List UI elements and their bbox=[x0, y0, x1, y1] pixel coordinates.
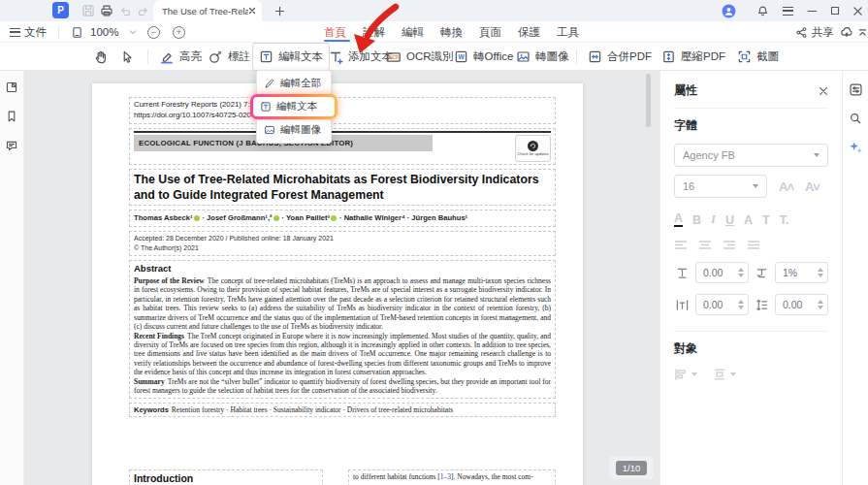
minimize-icon[interactable] bbox=[807, 0, 818, 21]
tab-protect[interactable]: 保護 bbox=[518, 25, 540, 40]
page-indicator: 1/10 bbox=[609, 456, 654, 479]
font-family-select[interactable]: Agency FB bbox=[674, 144, 828, 167]
select-cursor-icon[interactable] bbox=[120, 43, 135, 71]
properties-strip-icon[interactable] bbox=[849, 82, 863, 97]
ribbon-tabs: 首頁 註解 編輯 轉換 頁面 保護 工具 bbox=[324, 21, 579, 43]
search-icon[interactable] bbox=[849, 112, 862, 125]
introduction-heading-block[interactable]: Introduction bbox=[129, 469, 323, 485]
vertical-scrollbar[interactable] bbox=[646, 74, 651, 127]
hand-tool-icon[interactable] bbox=[93, 43, 109, 71]
edit-text-button[interactable]: 編輯文本 bbox=[252, 43, 330, 71]
keywords-block[interactable]: KeywordsRetention forestry · Habitat tre… bbox=[129, 403, 556, 417]
journal-header-block[interactable]: Current Forestry Reports (2021) 7:59–68 … bbox=[129, 97, 556, 124]
increase-font-icon[interactable]: A˄ bbox=[779, 179, 793, 194]
undo-icon[interactable] bbox=[119, 0, 132, 21]
tab-edit[interactable]: 編輯 bbox=[402, 25, 424, 40]
document-tab[interactable]: The Use of Tree-Related... bbox=[153, 0, 262, 21]
uppercase-button[interactable]: T bbox=[762, 213, 770, 227]
annotate-button[interactable]: 標註 bbox=[208, 43, 250, 71]
tab-comment[interactable]: 註解 bbox=[363, 25, 385, 40]
tab-convert[interactable]: 轉換 bbox=[440, 25, 463, 40]
small-caps-button[interactable]: T. bbox=[780, 213, 789, 227]
save-icon[interactable] bbox=[81, 0, 95, 21]
ocr-button[interactable]: OCR OCR識別 bbox=[386, 43, 454, 71]
authors-block[interactable]: Thomas Asbeck¹·Josef Großmann¹,²·Yoan Pa… bbox=[129, 210, 556, 226]
font-color-button[interactable]: A bbox=[674, 212, 683, 227]
user-avatar[interactable] bbox=[722, 0, 736, 21]
line-spacing-input[interactable]: 0.00 bbox=[775, 294, 828, 315]
dates-block[interactable]: Accepted: 28 December 2020 / Published o… bbox=[129, 231, 556, 256]
char-spacing-input[interactable]: 0.00 bbox=[695, 262, 749, 283]
cloud-sync-icon[interactable] bbox=[840, 21, 853, 43]
tab-home[interactable]: 首頁 bbox=[324, 25, 346, 40]
tab-page[interactable]: 頁面 bbox=[479, 25, 501, 40]
horizontal-scale-input[interactable]: 1% bbox=[775, 262, 828, 283]
decrease-font-icon[interactable]: A˅ bbox=[805, 179, 820, 194]
strikethrough-button[interactable]: A bbox=[744, 213, 753, 227]
app-menu-icon[interactable] bbox=[783, 0, 793, 21]
highlight-button[interactable]: 高亮 bbox=[159, 43, 202, 71]
notification-bell-icon[interactable] bbox=[756, 0, 769, 21]
word-spacing-input[interactable]: 0.00 bbox=[695, 294, 749, 315]
menu-item-edit-image[interactable]: 編輯圖像 bbox=[257, 120, 331, 140]
underline-button[interactable]: U bbox=[725, 213, 734, 227]
menu-item-edit-text[interactable]: 編輯文本 bbox=[253, 97, 335, 116]
share-button[interactable]: 共享 bbox=[795, 21, 834, 43]
zoom-value[interactable]: 100% bbox=[90, 26, 118, 38]
spinner[interactable] bbox=[818, 300, 823, 310]
ai-assistant-icon[interactable] bbox=[849, 141, 863, 155]
check-updates-badge[interactable]: Check for updates bbox=[515, 135, 551, 162]
page-fit-icon[interactable] bbox=[71, 21, 83, 43]
abstract-paragraph: Recent FindingsThe TreM concept originat… bbox=[134, 332, 551, 377]
pdf-page[interactable]: Current Forestry Reports (2021) 7:59–68 … bbox=[92, 83, 583, 485]
compress-pdf-button[interactable]: 壓縮PDF bbox=[661, 43, 725, 71]
close-window-icon[interactable] bbox=[852, 0, 863, 21]
thumbnails-panel-icon[interactable] bbox=[5, 81, 18, 94]
panel-close-icon[interactable] bbox=[819, 86, 828, 96]
zoom-in-icon[interactable]: + bbox=[173, 26, 185, 39]
font-size-value: 16 bbox=[683, 180, 694, 192]
object-distribute-dropdown[interactable] bbox=[713, 368, 736, 381]
abstract-heading: Abstract bbox=[134, 263, 551, 274]
print-icon[interactable] bbox=[100, 0, 113, 21]
object-align-dropdown[interactable] bbox=[674, 368, 697, 381]
add-text-button[interactable]: 添加文本 bbox=[328, 43, 393, 71]
align-center-icon[interactable] bbox=[698, 240, 712, 251]
tab-tools[interactable]: 工具 bbox=[557, 25, 579, 40]
align-justify-icon[interactable] bbox=[747, 240, 760, 251]
to-office-button[interactable]: W 轉Office bbox=[454, 43, 513, 71]
citation-ref[interactable]: 1–3 bbox=[440, 472, 451, 481]
bookmarks-panel-icon[interactable] bbox=[5, 110, 18, 123]
to-image-button[interactable]: 轉圖像 bbox=[516, 43, 569, 71]
bold-button[interactable]: B bbox=[692, 213, 701, 227]
author: Nathalie Winiger⁴ bbox=[344, 213, 405, 222]
italic-button[interactable]: I bbox=[711, 212, 716, 227]
collapse-toolbar-icon[interactable] bbox=[858, 21, 867, 43]
tab-close-icon[interactable] bbox=[248, 7, 256, 15]
paper-title-block[interactable]: The Use of Tree-Related Microhabitats as… bbox=[129, 169, 556, 206]
pencil-icon bbox=[264, 78, 275, 89]
zoom-caret-icon[interactable] bbox=[129, 21, 137, 43]
new-tab-icon[interactable] bbox=[274, 0, 285, 21]
merge-pdf-button[interactable]: 合併PDF bbox=[588, 43, 652, 71]
compress-pdf-icon bbox=[661, 49, 676, 64]
align-right-icon[interactable] bbox=[723, 240, 736, 251]
redo-icon[interactable] bbox=[137, 0, 149, 21]
app-logo-icon[interactable]: P bbox=[52, 2, 69, 18]
comments-panel-icon[interactable] bbox=[5, 139, 18, 152]
align-left-icon[interactable] bbox=[674, 240, 688, 251]
screenshot-button[interactable]: 截圖 bbox=[737, 43, 779, 71]
section-banner-block[interactable]: ECOLOGICAL FUNCTION (J BAUHUS, SECTION E… bbox=[129, 128, 556, 165]
zoom-out-icon[interactable]: − bbox=[147, 26, 160, 39]
font-size-select[interactable]: 16 bbox=[674, 175, 767, 198]
maximize-icon[interactable] bbox=[830, 0, 840, 21]
spinner[interactable] bbox=[738, 268, 744, 278]
document-area[interactable]: Current Forestry Reports (2021) 7:59–68 … bbox=[24, 71, 659, 485]
column-text-block[interactable]: to different habitat functions [1–3]. No… bbox=[348, 469, 556, 485]
spinner[interactable] bbox=[818, 268, 823, 278]
menu-item-edit-all[interactable]: 編輯全部 bbox=[257, 74, 331, 93]
abstract-block[interactable]: Abstract Purpose of the ReviewThe concep… bbox=[129, 260, 556, 399]
spinner[interactable] bbox=[738, 300, 744, 310]
file-menu[interactable]: 文件 bbox=[10, 21, 47, 43]
edit-text-icon bbox=[259, 49, 273, 64]
